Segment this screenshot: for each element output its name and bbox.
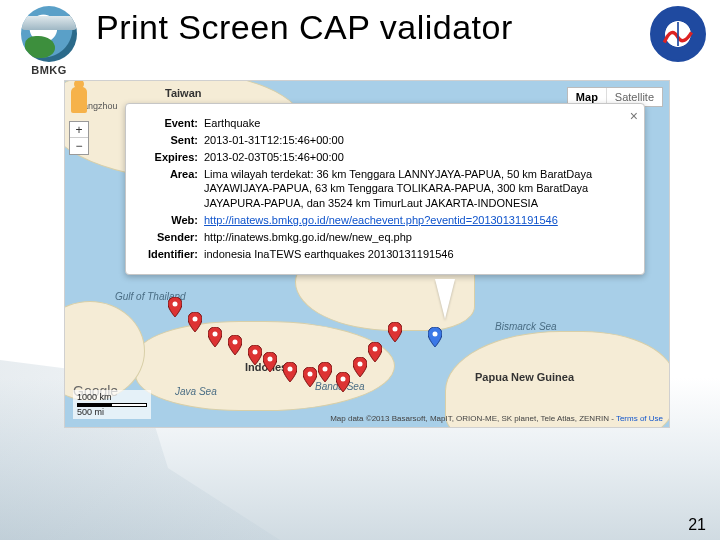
info-link-web[interactable]: http://inatews.bmkg.go.id/new/eachevent.… <box>204 214 558 226</box>
map-attribution: Map data ©2013 Basarsoft, MapIT, ORION-M… <box>330 414 663 423</box>
info-key-web: Web: <box>138 213 198 228</box>
bmkg-logo: BMKG <box>14 6 84 82</box>
svg-point-9 <box>323 367 328 372</box>
bmkg-label: BMKG <box>31 64 67 76</box>
info-window: × Event:Earthquake Sent:2013-01-31T12:15… <box>125 103 645 275</box>
slide: BMKG Print Screen CAP validator Celebes … <box>0 0 720 540</box>
place-label-taiwan: Taiwan <box>165 87 201 99</box>
place-label-png: Papua New Guinea <box>475 371 574 383</box>
info-val-identifier: indonesia InaTEWS earthquakes 2013013119… <box>204 247 618 262</box>
svg-point-5 <box>253 350 258 355</box>
svg-point-4 <box>233 340 238 345</box>
sea-label-bismarck: Bismarck Sea <box>495 321 557 332</box>
svg-point-11 <box>358 362 363 367</box>
svg-point-10 <box>341 377 346 382</box>
map-marker[interactable] <box>303 367 317 381</box>
map-marker[interactable] <box>168 297 182 311</box>
map-marker[interactable] <box>248 345 262 359</box>
map-marker[interactable] <box>283 362 297 376</box>
svg-point-1 <box>173 302 178 307</box>
svg-point-3 <box>213 332 218 337</box>
svg-point-2 <box>193 317 198 322</box>
zoom-in-button[interactable]: + <box>70 122 88 138</box>
map-marker[interactable] <box>336 372 350 386</box>
info-window-tail <box>435 279 455 319</box>
map-marker[interactable] <box>188 312 202 326</box>
svg-point-12 <box>373 347 378 352</box>
map-marker[interactable] <box>228 335 242 349</box>
map-marker[interactable] <box>353 357 367 371</box>
info-key-expires: Expires: <box>138 150 198 165</box>
svg-point-13 <box>393 327 398 332</box>
zoom-control: + − <box>69 121 89 155</box>
info-val-sent: 2013-01-31T12:15:46+00:00 <box>204 133 618 148</box>
inatews-logo <box>650 6 706 62</box>
svg-point-8 <box>308 372 313 377</box>
info-val-expires: 2013-02-03T05:15:46+00:00 <box>204 150 618 165</box>
attribution-text: Map data ©2013 Basarsoft, MapIT, ORION-M… <box>330 414 616 423</box>
map-canvas[interactable]: Celebes Sea Gulf of Thailand Java Sea Ba… <box>65 81 669 427</box>
map-marker[interactable] <box>318 362 332 376</box>
slide-title: Print Screen CAP validator <box>96 8 634 47</box>
scale-km: 1000 km <box>77 392 112 402</box>
map-marker[interactable] <box>263 352 277 366</box>
svg-point-0 <box>433 332 438 337</box>
scale-bar: 1000 km 500 mi <box>73 390 151 419</box>
info-val-sender: http://inatews.bmkg.go.id/new/new_eq.php <box>204 230 618 245</box>
wave-icon <box>661 17 695 51</box>
sea-label-java: Java Sea <box>175 386 217 397</box>
svg-point-7 <box>288 367 293 372</box>
map-marker-selected[interactable] <box>428 327 442 341</box>
info-key-sent: Sent: <box>138 133 198 148</box>
close-icon[interactable]: × <box>630 108 638 124</box>
zoom-out-button[interactable]: − <box>70 138 88 154</box>
svg-point-6 <box>268 357 273 362</box>
info-val-event: Earthquake <box>204 116 618 131</box>
map-marker[interactable] <box>368 342 382 356</box>
page-number: 21 <box>688 516 706 534</box>
map-marker[interactable] <box>388 322 402 336</box>
terms-link[interactable]: Terms of Use <box>616 414 663 423</box>
scale-mi: 500 mi <box>77 407 104 417</box>
info-key-identifier: Identifier: <box>138 247 198 262</box>
info-key-area: Area: <box>138 167 198 212</box>
map-marker[interactable] <box>208 327 222 341</box>
info-val-area: Lima wilayah terdekat: 36 km Tenggara LA… <box>204 167 618 212</box>
map-screenshot: Celebes Sea Gulf of Thailand Java Sea Ba… <box>64 80 670 428</box>
pegman-icon[interactable] <box>71 87 87 113</box>
globe-icon <box>21 6 77 62</box>
info-key-sender: Sender: <box>138 230 198 245</box>
info-key-event: Event: <box>138 116 198 131</box>
